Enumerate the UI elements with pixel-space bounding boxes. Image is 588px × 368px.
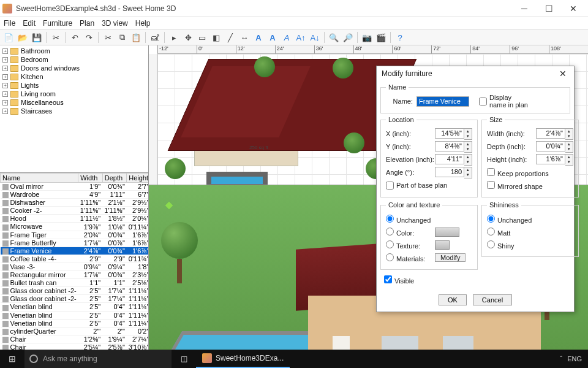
table-row[interactable]: Frame Venice2'4⅞"0'0¾"1'6⅞" bbox=[1, 247, 149, 255]
table-row[interactable]: Cooker -2-1'11⅝"1'11⅝"2'9½" bbox=[1, 207, 149, 215]
ct-texture-radio[interactable]: Texture: bbox=[386, 240, 435, 250]
expand-icon[interactable]: + bbox=[2, 91, 8, 97]
close-button[interactable]: ✕ bbox=[561, 0, 586, 17]
table-row[interactable]: Venetian blind2'5"0'4"1'11¼" bbox=[1, 319, 149, 327]
expand-icon[interactable]: + bbox=[2, 48, 8, 54]
menu-file[interactable]: File bbox=[4, 19, 15, 28]
table-row[interactable]: Wardrobe4'9"1'11"6'7" bbox=[1, 191, 149, 199]
keep-proportions-checkbox[interactable]: Keep proportions bbox=[487, 168, 573, 177]
video-icon[interactable]: 🎬 bbox=[375, 31, 387, 44]
table-row[interactable]: Rectangular mirror1'7⅛"0'0¾"2'3½" bbox=[1, 271, 149, 279]
col-name[interactable]: Name bbox=[1, 174, 78, 183]
menu-3dview[interactable]: 3D view bbox=[102, 19, 128, 28]
new-icon[interactable]: 📄 bbox=[2, 31, 15, 44]
menu-help[interactable]: Help bbox=[135, 19, 151, 28]
photo-icon[interactable]: 📷 bbox=[361, 31, 373, 44]
text-italic-icon[interactable]: A bbox=[281, 31, 293, 44]
pan-icon[interactable]: ✥ bbox=[182, 31, 194, 44]
zoom-in-icon[interactable]: 🔍 bbox=[328, 31, 340, 44]
tree-node[interactable]: +Doors and windows bbox=[1, 64, 147, 72]
texture-swatch[interactable] bbox=[435, 240, 450, 250]
width-field[interactable]: ▴▾ bbox=[536, 128, 573, 140]
y-field[interactable]: ▴▾ bbox=[435, 141, 472, 153]
help-icon[interactable]: ? bbox=[394, 31, 406, 44]
add-furniture-icon[interactable]: 🛋 bbox=[149, 31, 161, 44]
start-button[interactable]: ⊞ bbox=[0, 350, 24, 368]
text-size-up-icon[interactable]: A↑ bbox=[295, 31, 307, 44]
ok-button[interactable]: OK bbox=[439, 294, 467, 305]
expand-icon[interactable]: + bbox=[2, 100, 8, 105]
expand-icon[interactable]: + bbox=[2, 74, 8, 80]
maximize-button[interactable]: ☐ bbox=[537, 0, 561, 17]
minimize-button[interactable]: ─ bbox=[512, 0, 537, 17]
col-width[interactable]: Width bbox=[78, 174, 103, 183]
menu-furniture[interactable]: Furniture bbox=[43, 19, 72, 28]
tree-node[interactable]: +Miscellaneous bbox=[1, 98, 147, 107]
visible-checkbox[interactable]: Visible bbox=[384, 275, 433, 285]
save-icon[interactable]: 💾 bbox=[31, 31, 43, 44]
undo-icon[interactable]: ↶ bbox=[69, 31, 81, 44]
elevation-field[interactable]: ▴▾ bbox=[435, 154, 472, 166]
room-icon[interactable]: ◧ bbox=[210, 31, 222, 44]
expand-icon[interactable]: + bbox=[2, 57, 8, 63]
table-row[interactable]: Hood1'11½"1'8½"2'0¼" bbox=[1, 215, 149, 223]
table-row[interactable]: Vase -3-0'9¼"0'9¼"1'8" bbox=[1, 263, 149, 270]
table-row[interactable]: Venetian blind2'5"0'4"1'11¼" bbox=[1, 303, 149, 311]
taskbar-app[interactable]: SweetHome3DExa... bbox=[196, 350, 290, 368]
shine-shiny-radio[interactable]: Shiny bbox=[487, 240, 536, 250]
tree-node[interactable]: +Lights bbox=[1, 81, 147, 90]
paste-icon[interactable]: 📋 bbox=[130, 31, 142, 44]
table-row[interactable]: Frame Butterfly1'7⅛"0'0⅞"1'6⅞" bbox=[1, 239, 149, 247]
name-field[interactable] bbox=[417, 96, 469, 107]
tree-node[interactable]: +Bathroom bbox=[1, 47, 147, 55]
tree-node[interactable]: +Kitchen bbox=[1, 72, 147, 81]
baseplan-checkbox[interactable]: Part of base plan bbox=[386, 182, 472, 190]
shine-unchanged-radio[interactable]: Unchanged bbox=[487, 215, 536, 224]
lang-indicator[interactable]: ENG bbox=[567, 355, 582, 362]
system-tray[interactable]: ˆENG bbox=[554, 355, 588, 362]
menu-edit[interactable]: Edit bbox=[23, 19, 36, 28]
expand-icon[interactable]: + bbox=[2, 66, 8, 71]
table-row[interactable]: Glass door cabinet -2-2'5"1'7¼"1'11¼" bbox=[1, 295, 149, 303]
angle-field[interactable]: ▴▾ bbox=[435, 167, 472, 178]
redo-icon[interactable]: ↷ bbox=[83, 31, 95, 44]
color-swatch[interactable] bbox=[435, 228, 459, 237]
taskview-icon[interactable]: ◫ bbox=[172, 355, 196, 363]
text-icon[interactable]: A bbox=[252, 31, 265, 44]
height-field[interactable]: ▴▾ bbox=[536, 154, 573, 166]
catalog-tree[interactable]: +Bathroom+Bedroom+Doors and windows+Kitc… bbox=[0, 45, 148, 173]
table-row[interactable]: Frame Tiger2'0¾"0'0¾"1'6⅞" bbox=[1, 231, 149, 239]
expand-icon[interactable]: + bbox=[2, 83, 8, 88]
polyline-icon[interactable]: ╱ bbox=[224, 31, 236, 44]
expand-icon[interactable]: + bbox=[2, 109, 8, 114]
tree-node[interactable]: +Living room bbox=[1, 90, 147, 98]
menu-plan[interactable]: Plan bbox=[80, 19, 94, 28]
wall-icon[interactable]: ▭ bbox=[196, 31, 208, 44]
cut-icon[interactable]: ✂ bbox=[102, 31, 114, 44]
table-row[interactable]: Venetian blind2'5"0'4"1'11¼" bbox=[1, 311, 149, 319]
table-row[interactable]: Microwave1'9⅞"1'0⅛"0'11¼" bbox=[1, 223, 149, 231]
dialog-close-icon[interactable]: ✕ bbox=[557, 69, 569, 79]
zoom-out-icon[interactable]: 🔎 bbox=[342, 31, 354, 44]
furniture-table[interactable]: Name Width Depth Height Visible Oval mir… bbox=[0, 173, 148, 350]
taskbar-search[interactable]: Ask me anything bbox=[24, 350, 172, 368]
text-bold-icon[interactable]: A bbox=[266, 31, 279, 44]
tree-node[interactable]: +Staircases bbox=[1, 107, 147, 115]
open-icon[interactable]: 📂 bbox=[17, 31, 29, 44]
table-row[interactable]: Oval mirror1'9"0'0¾"2'7" bbox=[1, 183, 149, 191]
preferences-icon[interactable]: ✂ bbox=[50, 31, 62, 44]
compass-icon[interactable] bbox=[155, 191, 183, 220]
col-height[interactable]: Height bbox=[127, 174, 148, 183]
select-icon[interactable]: ▸ bbox=[168, 31, 180, 44]
dimension-icon[interactable]: ↔ bbox=[238, 31, 251, 44]
tray-chevron-icon[interactable]: ˆ bbox=[560, 355, 562, 362]
depth-field[interactable]: ▴▾ bbox=[536, 141, 573, 153]
col-depth[interactable]: Depth bbox=[102, 174, 127, 183]
copy-icon[interactable]: ⧉ bbox=[116, 31, 128, 44]
table-row[interactable]: Dishwasher1'11⅝"2'1⅛"2'9½" bbox=[1, 199, 149, 207]
mirrored-checkbox[interactable]: Mirrored shape bbox=[487, 181, 573, 190]
ct-unchanged-radio[interactable]: Unchanged bbox=[386, 215, 472, 224]
modify-materials-button[interactable]: Modify bbox=[435, 253, 466, 262]
cancel-button[interactable]: Cancel bbox=[473, 294, 512, 305]
table-row[interactable]: Glass door cabinet -2-2'5"1'7¼"1'11¼" bbox=[1, 287, 149, 295]
